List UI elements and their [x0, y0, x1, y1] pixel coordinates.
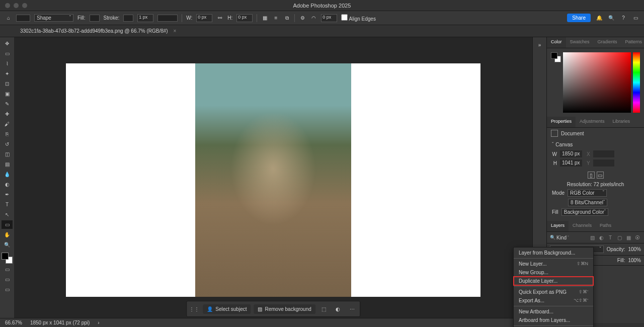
- remove-background-button[interactable]: ▨Remove background: [254, 304, 315, 314]
- height-input[interactable]: 0 px: [236, 14, 253, 22]
- tool-rectangle[interactable]: ▭: [2, 220, 13, 229]
- tool-heal[interactable]: ✚: [2, 110, 13, 118]
- bell-icon[interactable]: 🔔: [596, 15, 603, 22]
- color-field[interactable]: [563, 52, 631, 113]
- menu-new-group[interactable]: New Group...: [514, 268, 593, 277]
- menu-quick-export-as-png[interactable]: Quick Export as PNG⇧⌘': [514, 288, 593, 296]
- tool-eyedropper[interactable]: ✎: [2, 100, 13, 108]
- drag-handle-icon[interactable]: ⋮⋮: [189, 303, 200, 314]
- orientation-portrait-icon[interactable]: ▯: [588, 172, 595, 179]
- expand-panels-icon[interactable]: »: [536, 41, 543, 48]
- document-tab[interactable]: 3302c1fa-38ab-47d3-8b72-addd949fb3ea.png…: [16, 28, 180, 34]
- doc-info[interactable]: 1850 px x 1041 px (72 ppi): [30, 320, 90, 325]
- adjust-icon[interactable]: ◐: [333, 303, 344, 314]
- radius-input[interactable]: 0 px: [321, 14, 337, 22]
- filter-toggle-icon[interactable]: ⦿: [634, 234, 641, 241]
- tool-gradient[interactable]: ▤: [2, 160, 13, 169]
- tab-properties[interactable]: Properties: [547, 117, 576, 127]
- opacity-value[interactable]: 100%: [628, 247, 641, 252]
- filter-image-icon[interactable]: ▧: [589, 234, 596, 241]
- tool-pen[interactable]: ✒: [2, 190, 13, 199]
- canvas-h-input[interactable]: 1041 px: [560, 159, 582, 167]
- shape-mode-select[interactable]: Shapeˇ: [34, 14, 73, 22]
- fill-select[interactable]: Background Colorˇ: [561, 208, 608, 216]
- menu-artboard-from-layers[interactable]: Artboard from Layers...: [514, 316, 593, 324]
- search-icon[interactable]: 🔍: [608, 15, 615, 22]
- tab-channels[interactable]: Channels: [569, 221, 596, 231]
- layer-kind-filter[interactable]: 🔍Kind ˇ: [550, 235, 569, 240]
- tool-crop[interactable]: ⊡: [2, 79, 13, 88]
- tab-gradients[interactable]: Gradients: [594, 37, 621, 48]
- tool-zoom[interactable]: 🔍: [2, 240, 13, 249]
- close-tab-icon[interactable]: ×: [173, 28, 176, 34]
- tab-adjustments[interactable]: Adjustments: [576, 117, 609, 127]
- fg-bg-swatch[interactable]: [551, 52, 561, 62]
- filter-adjust-icon[interactable]: ◐: [598, 234, 605, 241]
- link-icon[interactable]: ⚯: [216, 15, 223, 22]
- color-picker[interactable]: [547, 48, 644, 117]
- bits-select[interactable]: 8 Bits/Channelˇ: [568, 199, 607, 206]
- menu-duplicate-layer[interactable]: Duplicate Layer...: [514, 277, 593, 285]
- align-icon[interactable]: ≡: [272, 15, 279, 22]
- edit-toolbar[interactable]: ▭: [2, 265, 13, 274]
- help-icon[interactable]: ?: [620, 15, 627, 22]
- canvas-w-input[interactable]: 1850 px: [560, 150, 582, 157]
- filter-shape-icon[interactable]: ▢: [616, 234, 623, 241]
- fill-swatch[interactable]: [90, 15, 100, 22]
- workspace-icon[interactable]: ▭: [632, 15, 639, 22]
- menu-new-artboard[interactable]: New Artboard...: [514, 307, 593, 316]
- fg-bg-colors[interactable]: [2, 253, 13, 264]
- select-subject-button[interactable]: 👤Select subject: [203, 304, 251, 314]
- tool-history[interactable]: ↺: [2, 140, 13, 148]
- tab-color[interactable]: Color: [547, 37, 566, 48]
- tool-quick-select[interactable]: ✦: [2, 69, 13, 78]
- chevron-right-icon[interactable]: ›: [98, 320, 99, 325]
- tab-paths[interactable]: Paths: [596, 221, 615, 231]
- tool-eraser[interactable]: ◫: [2, 150, 13, 158]
- tool-move[interactable]: ✥: [2, 39, 13, 48]
- width-input[interactable]: 0 px: [196, 14, 212, 22]
- gear-icon[interactable]: ⚙: [299, 15, 306, 22]
- mode-select[interactable]: RGB Colorˇ: [568, 189, 607, 197]
- tool-blur[interactable]: 💧: [2, 170, 13, 179]
- orientation-landscape-icon[interactable]: ▭: [597, 172, 604, 179]
- menu-layer-from-background[interactable]: Layer from Background...: [514, 249, 593, 257]
- align-edges-checkbox[interactable]: Align Edges: [341, 14, 376, 22]
- filter-smart-icon[interactable]: ▦: [625, 234, 632, 241]
- zoom-level[interactable]: 66.67%: [5, 320, 22, 325]
- layer-fill-value[interactable]: 100%: [628, 258, 641, 263]
- minimize-window[interactable]: [14, 3, 19, 8]
- tab-layers[interactable]: Layers: [547, 221, 569, 231]
- tool-preset[interactable]: [16, 15, 30, 22]
- arrange-icon[interactable]: ⧉: [283, 15, 290, 22]
- tab-swatches[interactable]: Swatches: [566, 37, 594, 48]
- filter-type-icon[interactable]: T: [607, 234, 614, 241]
- tool-dodge[interactable]: ◐: [2, 180, 13, 189]
- tool-type[interactable]: T: [2, 200, 13, 209]
- screen-mode[interactable]: ▭: [2, 285, 13, 294]
- canvas[interactable]: [66, 63, 480, 297]
- tool-marquee[interactable]: ▭: [2, 49, 13, 58]
- canvas-x-input[interactable]: [593, 150, 614, 157]
- close-window[interactable]: [5, 3, 10, 8]
- quick-mask[interactable]: ▭: [2, 275, 13, 284]
- menu-export-as[interactable]: Export As...⌥⇧⌘': [514, 296, 593, 305]
- home-icon[interactable]: ⌂: [5, 15, 12, 22]
- canvas-area[interactable]: ⋮⋮ 👤Select subject ▨Remove background ⬚ …: [14, 37, 532, 323]
- radius-icon[interactable]: ◠: [310, 15, 317, 22]
- tab-libraries[interactable]: Libraries: [609, 117, 634, 127]
- tool-brush[interactable]: 🖌: [2, 120, 13, 128]
- hue-slider[interactable]: [633, 52, 640, 113]
- maximize-window[interactable]: [22, 3, 27, 8]
- tab-patterns[interactable]: Patterns: [621, 37, 644, 48]
- transform-icon[interactable]: ⬚: [318, 303, 330, 314]
- share-button[interactable]: Share: [567, 14, 591, 22]
- stroke-width-input[interactable]: 1 px: [137, 14, 153, 22]
- path-ops-icon[interactable]: ▦: [261, 15, 268, 22]
- tool-stamp[interactable]: ⎘: [2, 130, 13, 138]
- more-icon[interactable]: ⋯: [347, 303, 358, 314]
- tool-frame[interactable]: ▣: [2, 90, 13, 98]
- stroke-style[interactable]: [157, 15, 178, 22]
- tool-path[interactable]: ↖: [2, 210, 13, 219]
- tool-hand[interactable]: ✋: [2, 230, 13, 239]
